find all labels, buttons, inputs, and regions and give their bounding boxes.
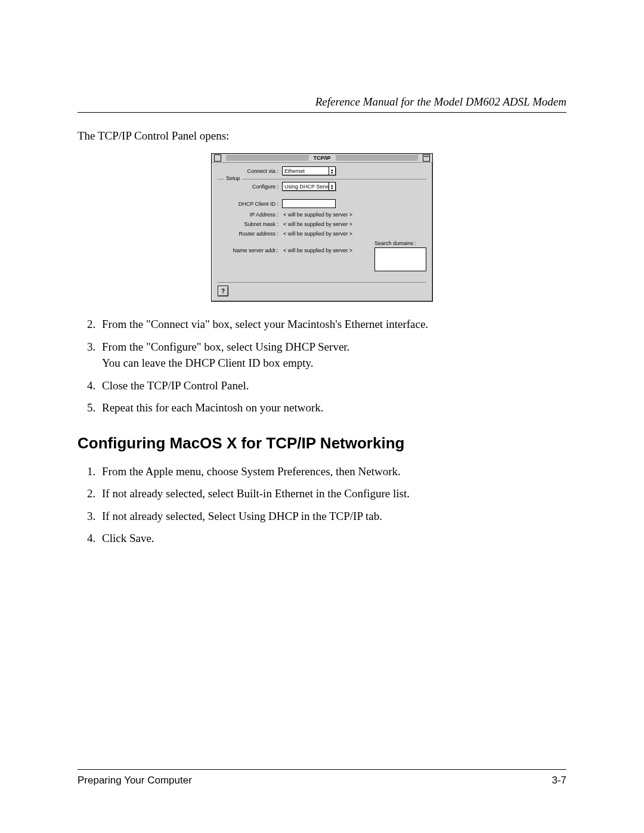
panel-footer: ? xyxy=(218,282,426,296)
router-address-label: Router address : xyxy=(218,231,282,237)
search-domains-input[interactable] xyxy=(374,247,426,271)
configure-label: Configure : xyxy=(218,184,282,190)
steps-list-first: From the "Connect via" box, select your … xyxy=(78,316,566,416)
list-item: If not already selected, select Built-in… xyxy=(98,485,566,502)
list-item: Close the TCP/IP Control Panel. xyxy=(98,377,566,394)
titlebar-stripes xyxy=(226,155,309,161)
setup-label: Setup xyxy=(224,175,242,181)
tcpip-control-panel: TCP/IP Connect via : Ethernet Setup Conf… xyxy=(211,153,433,302)
document-page: Reference Manual for the Model DM602 ADS… xyxy=(0,0,644,833)
collapse-icon[interactable] xyxy=(423,154,430,162)
ip-address-row: IP Address : < will be supplied by serve… xyxy=(218,212,426,218)
dhcp-client-id-row: DHCP Client ID : xyxy=(218,199,426,208)
header-manual-title: Reference Manual for the Model DM602 ADS… xyxy=(78,95,566,109)
configure-dropdown[interactable]: Using DHCP Server xyxy=(282,182,336,191)
dropdown-arrows-icon xyxy=(329,182,335,190)
ip-address-label: IP Address : xyxy=(218,212,282,218)
router-address-value: < will be supplied by server > xyxy=(282,231,352,237)
subnet-mask-value: < will be supplied by server > xyxy=(282,221,352,227)
router-address-row: Router address : < will be supplied by s… xyxy=(218,231,426,237)
search-domains-area: Name server addr.: < will be supplied by… xyxy=(218,240,426,271)
connect-via-dropdown[interactable]: Ethernet xyxy=(282,166,336,175)
connect-via-label: Connect via : xyxy=(218,168,282,174)
footer-chapter: Preparing Your Computer xyxy=(78,775,192,786)
subnet-mask-row: Subnet mask : < will be supplied by serv… xyxy=(218,221,426,227)
help-icon: ? xyxy=(221,288,225,295)
help-button[interactable]: ? xyxy=(218,286,228,296)
list-item: Click Save. xyxy=(98,530,566,547)
page-footer: Preparing Your Computer 3-7 xyxy=(78,769,566,786)
footer-page-number: 3-7 xyxy=(552,775,566,786)
search-domains-box: Search domains : xyxy=(374,240,426,271)
name-server-label: Name server addr.: xyxy=(218,247,282,253)
configure-row: Configure : Using DHCP Server xyxy=(218,182,426,191)
list-item: From the Apple menu, choose System Prefe… xyxy=(98,463,566,480)
dhcp-client-id-input[interactable] xyxy=(282,199,336,208)
connect-via-value: Ethernet xyxy=(283,168,329,174)
list-item: Repeat this for each Macintosh on your n… xyxy=(98,400,566,416)
subnet-mask-label: Subnet mask : xyxy=(218,221,282,227)
intro-text: The TCP/IP Control Panel opens: xyxy=(78,129,566,143)
ip-address-value: < will be supplied by server > xyxy=(282,212,352,218)
section-heading: Configuring MacOS X for TCP/IP Networkin… xyxy=(78,434,566,453)
footer-rule xyxy=(78,769,566,770)
dhcp-client-id-label: DHCP Client ID : xyxy=(218,201,282,207)
panel-body: Connect via : Ethernet Setup Configure :… xyxy=(212,163,432,301)
titlebar-title: TCP/IP xyxy=(311,155,333,161)
dropdown-arrows-icon xyxy=(329,167,335,175)
header-rule xyxy=(78,112,566,113)
close-icon[interactable] xyxy=(214,154,221,162)
connect-via-row: Connect via : Ethernet xyxy=(218,166,426,175)
search-domains-label: Search domains : xyxy=(374,240,426,246)
setup-fieldset: Setup xyxy=(218,179,426,179)
name-server-value: < will be supplied by server > xyxy=(282,247,352,253)
steps-list-second: From the Apple menu, choose System Prefe… xyxy=(78,463,566,547)
list-item: From the "Configure" box, select Using D… xyxy=(98,339,566,371)
configure-value: Using DHCP Server xyxy=(283,184,329,190)
titlebar-stripes xyxy=(336,155,419,161)
titlebar: TCP/IP xyxy=(212,154,432,163)
name-server-row: Name server addr.: < will be supplied by… xyxy=(218,247,369,253)
list-item: If not already selected, Select Using DH… xyxy=(98,508,566,525)
list-item: From the "Connect via" box, select your … xyxy=(98,316,566,333)
